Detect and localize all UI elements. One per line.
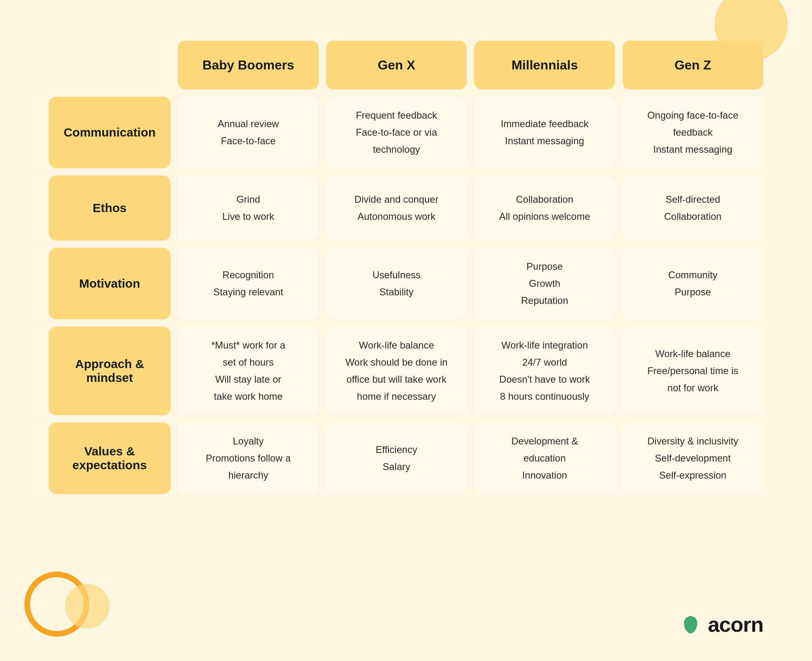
cell-motivation-col1: UsefulnessStability (326, 248, 467, 319)
cell-text: Development & (511, 434, 578, 449)
cell-text: Face-to-face (221, 134, 276, 148)
cell-text: Live to work (222, 209, 274, 224)
cell-approach-mindset-col0: *Must* work for aset of hoursWill stay l… (178, 327, 319, 415)
cell-text: Staying relevant (213, 285, 283, 299)
cell-text: All opinions welcome (499, 209, 590, 224)
cell-text: Loyalty (233, 434, 263, 449)
cell-text: Collaboration (516, 192, 573, 207)
cell-approach-mindset-col1: Work-life balanceWork should be done ino… (326, 327, 467, 415)
cell-text: home if necessary (357, 389, 436, 404)
cell-text: Frequent feedback (356, 108, 437, 123)
cell-text: 8 hours continuously (500, 389, 589, 404)
cell-text: 24/7 world (522, 355, 567, 370)
cell-values-expectations-col0: LoyaltyPromotions follow ahierarchy (178, 423, 319, 494)
cell-text: Self-expression (659, 468, 726, 483)
page-wrapper: Baby Boomers Gen X Millennials Gen Z Com… (0, 0, 812, 661)
cell-text: Immediate feedback (501, 117, 588, 131)
row-label-communication: Communication (49, 97, 171, 168)
acorn-icon (680, 614, 701, 635)
cell-text: Community (668, 268, 717, 282)
cell-ethos-col1: Divide and conquerAutonomous work (326, 176, 467, 241)
cell-text: Work should be done in (346, 355, 448, 370)
cell-communication-col3: Ongoing face-to-facefeedbackInstant mess… (622, 97, 763, 168)
cell-approach-mindset-col2: Work-life integration24/7 worldDoesn't h… (474, 327, 615, 415)
cell-text: Will stay late or (215, 372, 281, 387)
row-label-ethos: Ethos (49, 176, 171, 241)
row-label-values-expectations: Values & expectations (49, 423, 171, 494)
cell-text: Instant messaging (505, 134, 584, 148)
cell-text: Ongoing face-to-face (647, 108, 738, 123)
cell-text: Diversity & inclusivity (647, 434, 738, 449)
cell-text: Salary (382, 459, 410, 474)
header-baby-boomers: Baby Boomers (178, 41, 319, 89)
cell-text: Annual review (218, 117, 279, 131)
cell-values-expectations-col1: EfficiencySalary (326, 423, 467, 494)
logo-area: acorn (680, 612, 763, 637)
cell-text: feedback (673, 125, 713, 140)
cell-text: *Must* work for a (211, 338, 285, 353)
cell-text: Free/personal time is (647, 364, 738, 378)
cell-text: Purpose (675, 285, 711, 299)
cell-ethos-col2: CollaborationAll opinions welcome (474, 176, 615, 241)
cell-text: Growth (529, 276, 560, 291)
cell-text: Promotions follow a (206, 451, 291, 466)
cell-motivation-col3: CommunityPurpose (622, 248, 763, 319)
cell-text: Work-life balance (655, 347, 730, 361)
cell-text: Autonomous work (357, 209, 435, 224)
cell-text: Collaboration (664, 209, 721, 224)
cell-text: Work-life balance (359, 338, 434, 353)
cell-ethos-col3: Self-directedCollaboration (622, 176, 763, 241)
cell-text: office but will take work (346, 372, 446, 387)
cell-text: Self-directed (665, 192, 720, 207)
header-gen-x: Gen X (326, 41, 467, 89)
cell-approach-mindset-col3: Work-life balanceFree/personal time isno… (622, 327, 763, 415)
cell-text: Reputation (521, 293, 568, 308)
cell-text: Doesn't have to work (499, 372, 590, 387)
cell-text: Purpose (527, 259, 563, 274)
cell-motivation-col0: RecognitionStaying relevant (178, 248, 319, 319)
header-gen-z: Gen Z (622, 41, 763, 89)
cell-text: Self-development (655, 451, 731, 466)
cell-text: Divide and conquer (354, 192, 438, 207)
cell-text: Usefulness (372, 268, 421, 282)
logo-text: acorn (708, 612, 763, 637)
cell-values-expectations-col2: Development &educationInnovation (474, 423, 615, 494)
cell-text: Work-life integration (501, 338, 588, 353)
deco-circle-bottom-left-inner (65, 584, 110, 628)
cell-values-expectations-col3: Diversity & inclusivitySelf-developmentS… (622, 423, 763, 494)
cell-text: technology (373, 142, 420, 157)
comparison-table: Baby Boomers Gen X Millennials Gen Z Com… (49, 41, 763, 494)
cell-text: Instant messaging (653, 142, 732, 157)
cell-text: Grind (236, 192, 260, 207)
cell-communication-col2: Immediate feedbackInstant messaging (474, 97, 615, 168)
cell-text: take work home (214, 389, 283, 404)
cell-text: hierarchy (228, 468, 268, 483)
cell-communication-col0: Annual reviewFace-to-face (178, 97, 319, 168)
row-label-motivation: Motivation (49, 248, 171, 319)
cell-text: Innovation (522, 468, 567, 483)
cell-text: education (523, 451, 566, 466)
cell-communication-col1: Frequent feedbackFace-to-face or viatech… (326, 97, 467, 168)
header-spacer (49, 41, 171, 89)
cell-text: not for work (667, 381, 718, 395)
cell-text: Recognition (222, 268, 274, 282)
cell-text: Stability (379, 285, 413, 299)
cell-text: Face-to-face or via (356, 125, 437, 140)
svg-point-0 (689, 616, 693, 620)
cell-motivation-col2: PurposeGrowthReputation (474, 248, 615, 319)
header-millennials: Millennials (474, 41, 615, 89)
cell-ethos-col0: GrindLive to work (178, 176, 319, 241)
cell-text: set of hours (223, 355, 274, 370)
row-label-approach-mindset: Approach & mindset (49, 327, 171, 415)
cell-text: Efficiency (376, 442, 417, 457)
